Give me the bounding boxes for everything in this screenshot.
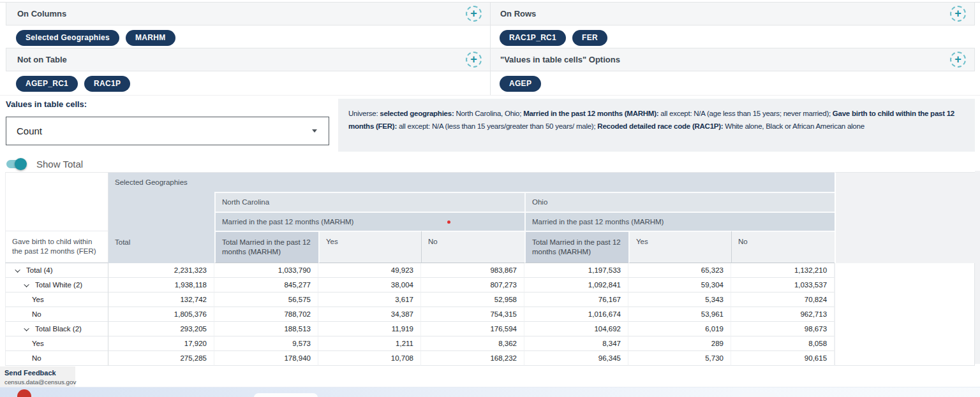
table-row: No1,805,376788,70234,387754,3151,016,674… bbox=[5, 307, 975, 322]
on-columns-title: On Columns bbox=[17, 9, 66, 18]
marhm-subheader-oh[interactable]: Married in the past 12 months (MARHM) bbox=[524, 212, 835, 231]
not-on-table-header: Not on Table + bbox=[6, 48, 491, 71]
row-label-text: Total White (2) bbox=[35, 281, 82, 289]
cell-r3-c5: 53,961 bbox=[628, 307, 731, 322]
send-feedback-link[interactable]: Send Feedback bbox=[4, 369, 75, 377]
not-on-table-title: Not on Table bbox=[17, 55, 67, 64]
universe-term: Married in the past 12 months (MARHM): bbox=[523, 110, 658, 117]
variable-pill-rac1p-rc1[interactable]: RAC1P_RC1 bbox=[500, 30, 566, 46]
data-filler bbox=[835, 263, 975, 366]
cell-r4-c2: 11,919 bbox=[318, 322, 421, 336]
cell-r3-c2: 34,387 bbox=[318, 307, 421, 322]
row-label-text: Total (4) bbox=[26, 266, 53, 274]
variable-pill-agep-rc1[interactable]: AGEP_RC1 bbox=[16, 76, 78, 92]
column-group-header[interactable]: Selected Geographies bbox=[108, 172, 835, 192]
header-filler bbox=[835, 172, 975, 263]
cell-r3-c0: 1,805,376 bbox=[108, 307, 214, 322]
variable-pill-fer[interactable]: FER bbox=[572, 30, 607, 46]
cell-r4-c4: 104,692 bbox=[524, 322, 628, 336]
cell-r2-c4: 76,167 bbox=[524, 292, 628, 307]
annotation-red-dot bbox=[447, 220, 450, 224]
cell-r1-c4: 1,092,841 bbox=[524, 278, 628, 292]
column-header-2[interactable]: Yes bbox=[318, 231, 421, 263]
bottom-taskbar bbox=[0, 387, 980, 397]
cell-r0-c4: 1,197,533 bbox=[524, 263, 628, 278]
cell-r5-c6: 8,058 bbox=[731, 336, 835, 351]
cell-r2-c3: 52,958 bbox=[421, 292, 524, 307]
dropdown-caret-icon bbox=[312, 129, 317, 133]
cell-r3-c6: 962,713 bbox=[731, 307, 835, 322]
variable-pill-marhm[interactable]: MARHM bbox=[126, 30, 175, 46]
cell-r6-c5: 5,730 bbox=[628, 351, 731, 366]
add-row-variable-button[interactable]: + bbox=[950, 6, 966, 22]
column-header-5[interactable]: Yes bbox=[628, 231, 731, 263]
row-label-text: Total Black (2) bbox=[35, 325, 82, 333]
row-label-text: Yes bbox=[32, 296, 44, 303]
cell-r3-c1: 788,702 bbox=[214, 307, 318, 322]
variable-pill-rac1p[interactable]: RAC1P bbox=[84, 76, 130, 92]
column-header-4[interactable]: Total Married in the past 12 months (MAR… bbox=[524, 231, 628, 263]
cell-r1-c5: 59,304 bbox=[628, 278, 731, 292]
cell-r0-c0: 2,231,323 bbox=[108, 263, 214, 278]
geo-header-north-carolina[interactable]: North Carolina bbox=[214, 192, 524, 212]
cell-r5-c3: 8,362 bbox=[421, 336, 524, 351]
universe-term: Recoded detailed race code (RAC1P): bbox=[597, 122, 723, 130]
column-header-6[interactable]: No bbox=[731, 231, 835, 263]
row-label-total-4-[interactable]: Total (4) bbox=[5, 263, 108, 278]
cell-r6-c2: 10,708 bbox=[318, 351, 421, 366]
column-header-1[interactable]: Total Married in the past 12 months (MAR… bbox=[214, 231, 318, 263]
cell-r5-c5: 289 bbox=[628, 336, 731, 351]
cell-r4-c0: 293,205 bbox=[108, 322, 214, 336]
cell-r5-c1: 9,573 bbox=[214, 336, 318, 351]
variable-pill-agep[interactable]: AGEP bbox=[500, 76, 541, 92]
table-corner-cell bbox=[5, 172, 108, 231]
table-row: Yes17,9209,5731,2118,3628,3472898,058 bbox=[5, 336, 975, 351]
add-not-on-table-variable-button[interactable]: + bbox=[466, 52, 482, 68]
collapse-chevron-icon[interactable] bbox=[24, 326, 29, 331]
add-values-option-button[interactable]: + bbox=[950, 52, 966, 68]
universe-text: all except: N/A (less than 15 years/grea… bbox=[397, 122, 597, 130]
cell-r2-c0: 132,742 bbox=[108, 292, 214, 307]
column-header-total[interactable]: Total bbox=[108, 192, 214, 263]
marhm-subheader-nc[interactable]: Married in the past 12 months (MARHM) bbox=[214, 212, 524, 231]
taskbar-item-right[interactable] bbox=[740, 393, 777, 397]
collapse-chevron-icon[interactable] bbox=[15, 267, 20, 272]
cell-r0-c6: 1,132,210 bbox=[731, 263, 835, 278]
cell-r2-c1: 56,575 bbox=[214, 292, 318, 307]
census-table-customization-page: On Columns + Selected GeographiesMARHM O… bbox=[0, 0, 980, 397]
table-row: Total White (2)1,938,118845,27738,004807… bbox=[5, 278, 975, 292]
not-on-table-pills: AGEP_RC1RAC1P bbox=[6, 72, 490, 95]
row-label-total-white-2-[interactable]: Total White (2) bbox=[5, 278, 108, 292]
row-label-no: No bbox=[5, 307, 108, 322]
cell-r1-c1: 845,277 bbox=[214, 278, 318, 292]
universe-text: North Carolina, Ohio; bbox=[454, 110, 523, 117]
row-label-yes: Yes bbox=[5, 292, 108, 307]
cell-r1-c6: 1,033,537 bbox=[731, 278, 835, 292]
variable-pill-selected-geographies[interactable]: Selected Geographies bbox=[16, 30, 119, 46]
cell-r6-c6: 90,615 bbox=[731, 351, 835, 366]
values-options-title: "Values in table cells" Options bbox=[500, 55, 620, 64]
cell-r5-c0: 17,920 bbox=[108, 336, 214, 351]
on-columns-header: On Columns + bbox=[6, 2, 491, 25]
geo-header-ohio[interactable]: Ohio bbox=[524, 192, 835, 212]
cell-r1-c2: 38,004 bbox=[318, 278, 421, 292]
send-feedback-card: Send Feedback census.data@census.gov bbox=[0, 366, 75, 387]
on-rows-title: On Rows bbox=[500, 9, 536, 18]
show-total-toggle-knob[interactable] bbox=[15, 158, 27, 170]
values-in-table-cells-select[interactable]: Count bbox=[6, 117, 329, 145]
row-dimension-header: Gave birth to child within the past 12 m… bbox=[5, 231, 108, 263]
row-label-total-black-2-[interactable]: Total Black (2) bbox=[5, 322, 108, 336]
cell-r4-c1: 188,513 bbox=[214, 322, 318, 336]
section-divider bbox=[0, 95, 980, 96]
values-options-pills: AGEP bbox=[491, 72, 975, 95]
taskbar-item[interactable] bbox=[254, 393, 318, 397]
column-header-3[interactable]: No bbox=[421, 231, 524, 263]
row-label-yes: Yes bbox=[5, 336, 108, 351]
universe-text: White alone, Black or African American a… bbox=[723, 122, 864, 130]
add-column-variable-button[interactable]: + bbox=[466, 6, 482, 22]
collapse-chevron-icon[interactable] bbox=[24, 282, 29, 287]
feedback-email-link[interactable]: census.data@census.gov bbox=[4, 379, 75, 386]
cell-r4-c6: 98,673 bbox=[731, 322, 835, 336]
cell-r6-c4: 96,345 bbox=[524, 351, 628, 366]
universe-text: Universe: bbox=[348, 110, 380, 117]
